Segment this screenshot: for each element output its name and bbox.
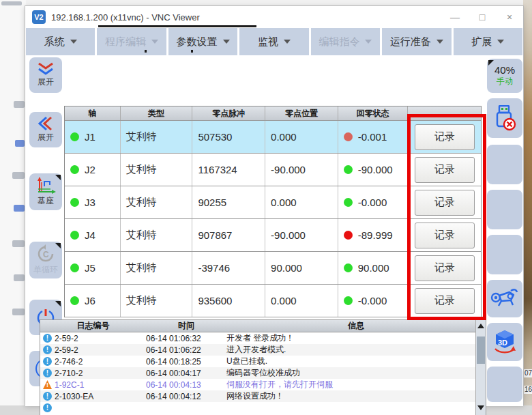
axis-type: 艾利特 [121, 219, 193, 251]
table-row-j3[interactable]: J3 艾利特 90255 0.000 -0.000 记录 [65, 186, 481, 219]
right-tool-button-empty[interactable] [487, 235, 522, 274]
log-col-message: 信息 [226, 320, 486, 332]
axis-name: J3 [85, 197, 95, 208]
record-button[interactable]: 记录 [415, 157, 475, 183]
log-time: 06-14 01:06:22 [146, 345, 226, 355]
record-button[interactable]: 记录 [415, 288, 475, 314]
log-row[interactable]: 2-59-2 06-14 01:06:32 开发者 登录成功！ [40, 332, 486, 344]
menu-run-prepare[interactable]: 运行准备 [382, 28, 451, 55]
record-button[interactable]: 记录 [415, 190, 475, 216]
vnc-viewer-window: V2 192.168.1.200 (x11vnc) - VNC Viewer —… [25, 5, 524, 405]
home-value: -90.000 [358, 164, 393, 175]
scroll-down-icon[interactable] [476, 403, 486, 413]
record-button[interactable]: 记录 [415, 124, 475, 150]
robot-arm-icon [490, 288, 519, 310]
record-button[interactable]: 记录 [415, 223, 475, 248]
manual-mode-label: 手动 [497, 76, 513, 87]
expand-down-button[interactable]: 展开 [29, 57, 62, 93]
axis-status-dot [70, 263, 79, 272]
zero-position: -90.000 [265, 219, 338, 251]
right-tool-button-empty[interactable] [487, 190, 522, 229]
home-status-dot [344, 132, 353, 141]
table-row-j6[interactable]: J6 艾利特 935600 0.000 -0.000 记录 [65, 285, 481, 317]
minimize-button[interactable]: — [441, 7, 469, 27]
table-row-j5[interactable]: J5 艾利特 -39746 90.000 90.000 记录 [65, 252, 481, 285]
axis-name: J2 [85, 164, 95, 175]
3d-cube-icon: 3D [491, 328, 518, 356]
zero-pulse: 907867 [192, 219, 265, 251]
expand-left-button[interactable]: 展开 [29, 112, 62, 147]
scrollbar-thumb[interactable] [477, 337, 485, 364]
right-tool-button-empty[interactable] [487, 367, 522, 402]
3d-view-button[interactable]: 3D [487, 323, 522, 361]
dropdown-caret-icon [365, 40, 372, 44]
home-value: 90.000 [358, 262, 389, 274]
axis-name: J6 [85, 295, 95, 306]
home-status-dot [344, 231, 353, 240]
menu-label: 运行准备 [390, 35, 431, 48]
menu-parameter-settings[interactable]: 参数设置 [168, 28, 237, 55]
menubar: 系统 程序编辑 参数设置 监视 编辑指令 运行准备 扩展 [25, 28, 523, 55]
scroll-up-icon[interactable] [476, 321, 486, 331]
main-content: 展开 展开 基座 [25, 55, 523, 406]
axis-status-dot [70, 132, 79, 141]
col-type: 类型 [121, 106, 193, 120]
menu-monitor[interactable]: 监视 [239, 28, 308, 55]
vnc-logo-icon: V2 [32, 10, 46, 24]
drag-teach-button[interactable] [487, 280, 522, 317]
log-id: 2-746-2 [55, 357, 146, 367]
menu-extension[interactable]: 扩展 [454, 28, 522, 55]
axis-type: 艾利特 [121, 186, 193, 218]
desktop-left-fragments [0, 0, 26, 415]
axis-type: 艾利特 [121, 285, 193, 317]
dropdown-caret-icon [151, 40, 158, 44]
log-message: U盘已挂载. [226, 356, 486, 367]
log-row[interactable]: 2-59-2 06-14 01:06:22 进入开发者模式. [40, 344, 486, 356]
axis-status-dot [70, 198, 79, 207]
log-row[interactable]: 2-710-2 06-14 00:04:17 编码器零位校准成功 [40, 367, 486, 379]
home-status-dot [344, 198, 353, 207]
log-row-warning[interactable]: 1-92C-1 06-14 00:04:13 伺服没有打开，请先打开伺服 [40, 379, 486, 390]
home-value: -0.000 [358, 295, 387, 306]
zero-pulse: 935600 [192, 285, 265, 317]
desktop: 07 16 V2 192.168.1.200 (x11vnc) - VNC Vi… [0, 0, 532, 415]
table-row-j1[interactable]: J1 艾利特 507530 0.000 -0.001 记录 [65, 121, 481, 154]
log-time: 06-14 00:04:12 [146, 392, 226, 401]
close-button[interactable]: × [496, 7, 523, 27]
table-row-j4[interactable]: J4 艾利特 907867 -90.000 -89.999 记录 [65, 219, 481, 252]
log-row[interactable]: 2-1030-EA 06-14 00:04:12 网络设置成功！ [40, 390, 486, 402]
log-row-partial [40, 402, 486, 414]
usb-unmount-button[interactable] [487, 98, 522, 138]
home-status-dot [344, 296, 353, 305]
right-tool-button-empty[interactable] [487, 145, 522, 184]
menu-program-edit: 程序编辑 [97, 28, 166, 55]
maximize-button[interactable]: □ [469, 7, 496, 27]
zero-pulse: 1167324 [192, 154, 265, 186]
home-value: -0.000 [358, 197, 387, 208]
base-frame-button[interactable]: 基座 [29, 173, 62, 210]
home-status-dot [344, 263, 353, 272]
log-scrollbar[interactable] [475, 320, 486, 415]
axis-name: J1 [85, 131, 95, 143]
single-cycle-button[interactable]: C 单循环 [29, 242, 62, 278]
log-row[interactable]: 2-746-2 06-14 00:18:25 U盘已挂载. [40, 356, 486, 367]
dropdown-caret-icon [437, 40, 443, 44]
expand-label: 展开 [38, 132, 54, 143]
log-time: 06-14 00:18:25 [146, 357, 226, 367]
speed-mode-button[interactable]: 40% 手动 [487, 59, 522, 93]
edge-fragment: 07 [524, 369, 532, 377]
dropdown-caret-icon [497, 40, 504, 44]
dropdown-caret-icon [223, 40, 230, 44]
info-icon [43, 403, 52, 412]
record-button[interactable]: 记录 [415, 255, 475, 281]
desktop-right-fragments: 07 16 [523, 0, 532, 415]
table-row-j2[interactable]: J2 艾利特 1167324 -90.000 -90.000 记录 [65, 154, 481, 186]
svg-text:3D: 3D [498, 339, 507, 347]
dropdown-caret-icon [70, 40, 77, 44]
log-message: 进入开发者模式. [226, 344, 486, 356]
home-value: -0.001 [358, 131, 387, 143]
log-message: 网络设置成功！ [226, 390, 486, 402]
col-zero-position: 零点位置 [265, 106, 338, 120]
cycle-c-icon: C [35, 244, 56, 263]
menu-system[interactable]: 系统 [26, 28, 95, 55]
